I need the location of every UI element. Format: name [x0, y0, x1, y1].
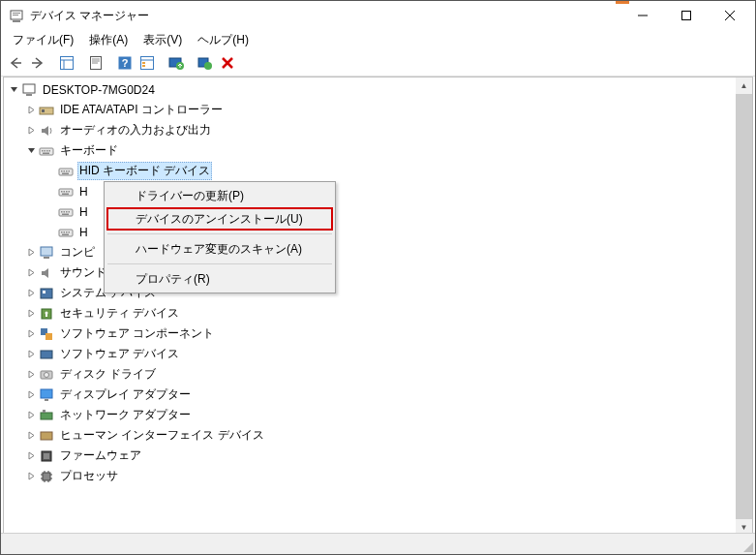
svg-rect-66	[43, 291, 45, 293]
tree-node-label: コンピ	[58, 244, 97, 261]
window-title: デバイス マネージャー	[30, 8, 620, 24]
maximize-button[interactable]	[664, 1, 708, 30]
tree-node-label: ディスク ドライブ	[58, 366, 158, 383]
expand-icon[interactable]	[23, 472, 39, 480]
tree-category[interactable]: IDE ATA/ATAPI コントローラー	[4, 100, 752, 120]
tree-node-label: キーボード	[58, 142, 120, 159]
show-hide-button[interactable]	[56, 52, 77, 74]
collapse-icon[interactable]	[6, 85, 21, 94]
tree-device-node[interactable]: HID キーボード デバイス	[4, 161, 752, 181]
details-button[interactable]	[136, 52, 158, 74]
help-button[interactable]: ?	[114, 52, 136, 74]
expand-icon[interactable]	[23, 411, 39, 419]
svg-rect-41	[64, 170, 66, 172]
forward-button[interactable]	[27, 52, 48, 74]
svg-rect-71	[45, 333, 52, 340]
svg-rect-46	[61, 191, 63, 193]
expand-icon[interactable]	[23, 248, 39, 257]
expand-icon[interactable]	[23, 289, 39, 297]
update-driver-button[interactable]	[166, 52, 187, 74]
scroll-thumb[interactable]	[736, 94, 752, 519]
context-menu: ドライバーの更新(P) デバイスのアンインストール(U) ハードウェア変更のスキ…	[104, 181, 336, 293]
computer_root-icon	[21, 82, 37, 98]
svg-rect-5	[681, 12, 690, 20]
menu-view[interactable]: 表示(V)	[136, 30, 190, 50]
tree-category[interactable]: ヒューマン インターフェイス デバイス	[4, 425, 752, 446]
svg-rect-37	[49, 150, 51, 152]
svg-rect-30	[26, 94, 32, 96]
tree-category[interactable]: ソフトウェア デバイス	[4, 344, 752, 364]
svg-rect-61	[69, 231, 71, 233]
expand-icon[interactable]	[23, 451, 39, 460]
collapse-icon[interactable]	[23, 146, 39, 155]
tree-category[interactable]: ネットワーク アダプター	[4, 405, 752, 425]
expand-icon[interactable]	[23, 309, 39, 318]
tree-node-label: セキュリティ デバイス	[58, 305, 181, 322]
tree-category[interactable]: ソフトウェア コンポーネント	[4, 324, 752, 344]
svg-rect-75	[41, 389, 52, 398]
tree-category[interactable]: セキュリティ デバイス	[4, 303, 752, 324]
disable-button[interactable]	[217, 52, 238, 74]
svg-rect-79	[41, 432, 52, 440]
ctx-scan-hardware[interactable]: ハードウェア変更のスキャン(A)	[106, 237, 333, 261]
tree-node-label: オーディオの入力および出力	[58, 122, 213, 139]
svg-rect-3	[13, 15, 18, 15]
tree-category[interactable]: ディスプレイ アダプター	[4, 385, 752, 405]
ctx-uninstall-device[interactable]: デバイスのアンインストール(U)	[106, 207, 333, 231]
svg-rect-32	[42, 109, 45, 112]
expand-icon[interactable]	[23, 390, 39, 399]
expand-icon[interactable]	[23, 431, 39, 440]
close-button[interactable]	[708, 1, 751, 30]
tree-node-label: H	[77, 205, 90, 219]
tree-root[interactable]: DESKTOP-7MG0D24	[4, 79, 752, 100]
expand-icon[interactable]	[23, 106, 39, 114]
svg-rect-55	[69, 211, 71, 213]
tree-node-label: プロセッサ	[58, 468, 120, 484]
expand-icon[interactable]	[23, 370, 39, 379]
svg-rect-35	[45, 150, 46, 152]
properties-button[interactable]	[85, 52, 106, 74]
uninstall-button[interactable]	[195, 52, 216, 74]
tree-category[interactable]: ディスク ドライブ	[4, 364, 752, 385]
security-icon	[39, 306, 54, 322]
svg-point-74	[45, 372, 49, 377]
back-button[interactable]	[5, 52, 26, 74]
menu-file[interactable]: ファイル(F)	[5, 30, 81, 50]
tree-category[interactable]: オーディオの入力および出力	[4, 120, 752, 140]
sound-icon	[39, 265, 54, 281]
tree-category[interactable]: ファームウェア	[4, 446, 752, 466]
ctx-properties[interactable]: プロパティ(R)	[106, 267, 333, 291]
tree-category[interactable]: キーボード	[4, 140, 752, 161]
expand-icon[interactable]	[23, 126, 39, 135]
svg-rect-2	[13, 13, 20, 14]
keyboard-icon	[58, 164, 74, 179]
svg-rect-52	[61, 211, 63, 213]
vertical-scrollbar[interactable]: ▲ ▼	[736, 77, 752, 536]
tree-node-label: ソフトウェア デバイス	[58, 346, 181, 362]
ctx-update-driver[interactable]: ドライバーの更新(P)	[106, 184, 333, 207]
svg-rect-1	[13, 20, 20, 22]
svg-rect-82	[43, 473, 50, 480]
expand-icon[interactable]	[23, 350, 39, 358]
svg-rect-77	[41, 413, 52, 419]
svg-rect-38	[43, 152, 49, 154]
expand-icon[interactable]	[23, 329, 39, 338]
ctx-separator	[107, 233, 332, 234]
tree-node-label: ファームウェア	[58, 447, 143, 464]
minimize-button[interactable]	[620, 1, 664, 30]
svg-rect-58	[61, 231, 63, 233]
tree-node-label: H	[77, 226, 90, 239]
toolbar: ?	[1, 50, 755, 77]
keyboard-icon	[58, 204, 74, 220]
resize-grip[interactable]	[741, 540, 753, 552]
tree-category[interactable]: プロセッサ	[4, 466, 752, 486]
menu-action[interactable]: 操作(A)	[81, 30, 136, 50]
scroll-up-button[interactable]: ▲	[736, 77, 752, 94]
tree-node-label: IDE ATA/ATAPI コントローラー	[58, 102, 225, 118]
ide-icon	[39, 103, 54, 118]
tree-node-label: HID キーボード デバイス	[77, 162, 212, 180]
menu-help[interactable]: ヘルプ(H)	[190, 30, 257, 50]
network-icon	[39, 408, 54, 423]
expand-icon[interactable]	[23, 268, 39, 277]
app-icon	[9, 8, 24, 23]
